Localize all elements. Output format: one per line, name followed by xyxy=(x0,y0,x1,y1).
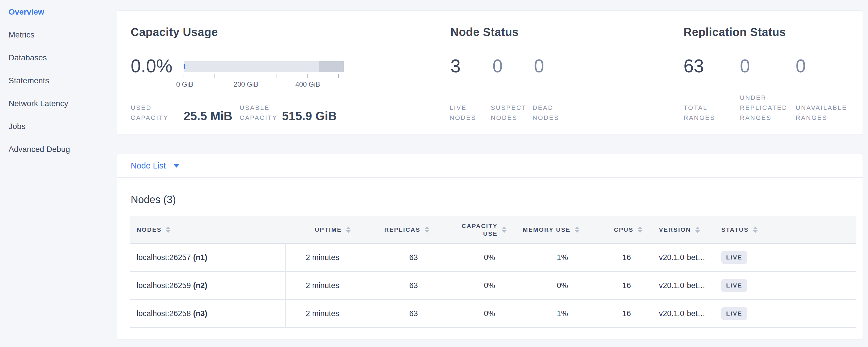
total-ranges-count: 63 xyxy=(684,56,704,77)
sidebar-item-overview[interactable]: Overview xyxy=(0,1,117,24)
suspect-nodes-label: SUSPECT NODES xyxy=(491,103,533,123)
used-capacity-value: 25.5 MiB xyxy=(184,109,232,123)
node-list-dropdown[interactable]: Node List xyxy=(131,154,180,177)
node-address: localhost:26257 xyxy=(137,253,191,262)
version-cell: v20.1.0-bet… xyxy=(644,253,716,262)
under-replicated-ranges-count: 0 xyxy=(740,56,750,77)
sort-icon xyxy=(425,227,429,233)
sort-icon xyxy=(346,227,351,233)
node-list-card-header: Node List xyxy=(117,154,863,178)
cluster-overview-page: Overview Metrics Databases Statements Ne… xyxy=(0,0,868,347)
node-address-cell[interactable]: localhost:26259(n2) xyxy=(130,281,285,290)
node-address-cell[interactable]: localhost:26257(n1) xyxy=(130,253,285,262)
memory-use-cell: 1% xyxy=(508,253,581,262)
column-header-version[interactable]: VERSION xyxy=(644,226,716,233)
sort-icon xyxy=(502,227,506,233)
axis-tick-label: 200 GiB xyxy=(234,81,258,88)
axis-tick xyxy=(184,74,184,78)
nodes-table: NODES UPTIME REPLICAS CAPACITY USE MEMOR… xyxy=(130,216,856,328)
status-badge: LIVE xyxy=(721,307,747,320)
non-usable-capacity-segment xyxy=(319,61,344,72)
used-capacity-label: USED CAPACITY xyxy=(131,103,181,123)
axis-tick xyxy=(246,74,246,78)
node-list-card: Node List Nodes (3) NODES UPTIME REPLICA… xyxy=(117,154,863,340)
axis-tick xyxy=(338,74,339,78)
sidebar-item-statements[interactable]: Statements xyxy=(0,69,117,92)
nodes-table-header: NODES UPTIME REPLICAS CAPACITY USE MEMOR… xyxy=(130,216,856,244)
column-header-replicas[interactable]: REPLICAS xyxy=(352,226,431,233)
cpus-cell: 16 xyxy=(581,309,644,318)
node-id: (n1) xyxy=(193,253,207,262)
sidebar-item-databases[interactable]: Databases xyxy=(0,46,117,69)
live-nodes-count: 3 xyxy=(451,56,461,77)
dead-nodes-count: 0 xyxy=(534,56,544,77)
live-nodes-label: LIVE NODES xyxy=(450,103,484,123)
table-row-node-n3[interactable]: localhost:26258(n3) 2 minutes 63 0% 1% 1… xyxy=(130,300,856,328)
node-list-dropdown-label: Node List xyxy=(131,161,166,170)
nodes-heading: Nodes (3) xyxy=(131,194,176,206)
replication-status-title: Replication Status xyxy=(684,26,786,39)
unavailable-ranges-label: UNAVAILABLE RANGES xyxy=(796,103,854,123)
sort-icon xyxy=(753,227,757,233)
status-badge: LIVE xyxy=(721,251,747,264)
column-header-memory-use[interactable]: MEMORY USE xyxy=(508,226,581,233)
uptime-cell: 2 minutes xyxy=(285,253,352,262)
table-row-node-n1[interactable]: localhost:26257(n1) 2 minutes 63 0% 1% 1… xyxy=(130,244,856,272)
column-header-status[interactable]: STATUS xyxy=(716,226,856,233)
replicas-cell: 63 xyxy=(352,253,431,262)
column-header-capacity-use[interactable]: CAPACITY USE xyxy=(431,222,508,238)
column-header-label: NODES xyxy=(137,226,162,233)
column-header-label: VERSION xyxy=(659,226,691,233)
suspect-nodes-count: 0 xyxy=(493,56,503,77)
column-header-label: CPUS xyxy=(614,226,633,233)
status-cell: LIVE xyxy=(716,279,856,292)
version-cell: v20.1.0-bet… xyxy=(644,281,716,290)
version-cell: v20.1.0-bet… xyxy=(644,309,716,318)
node-address-cell[interactable]: localhost:26258(n3) xyxy=(130,309,285,318)
axis-tick xyxy=(277,74,277,78)
under-replicated-ranges-label: UNDER-REPLICATED RANGES xyxy=(740,93,792,123)
usable-capacity-value: 515.9 GiB xyxy=(282,109,337,123)
capacity-usage-bar-chart xyxy=(184,61,344,72)
node-id: (n3) xyxy=(193,309,207,318)
sidebar: Overview Metrics Databases Statements Ne… xyxy=(0,0,117,347)
sidebar-item-metrics[interactable]: Metrics xyxy=(0,24,117,46)
column-header-label: MEMORY USE xyxy=(523,226,570,233)
table-row-node-n2[interactable]: localhost:26259(n2) 2 minutes 63 0% 0% 1… xyxy=(130,272,856,300)
sidebar-item-network-latency[interactable]: Network Latency xyxy=(0,92,117,115)
dead-nodes-label: DEAD NODES xyxy=(532,103,567,123)
sidebar-item-jobs[interactable]: Jobs xyxy=(0,115,117,138)
node-address: localhost:26259 xyxy=(137,281,191,290)
capacity-use-cell: 0% xyxy=(431,309,508,318)
sort-icon xyxy=(638,227,642,233)
status-cell: LIVE xyxy=(716,307,856,320)
memory-use-cell: 1% xyxy=(508,309,581,318)
unavailable-ranges-count: 0 xyxy=(796,56,806,77)
column-header-label: CAPACITY USE xyxy=(462,222,498,238)
uptime-cell: 2 minutes xyxy=(285,309,352,318)
nodes-column-divider xyxy=(285,244,286,328)
sidebar-item-advanced-debug[interactable]: Advanced Debug xyxy=(0,138,117,161)
node-id: (n2) xyxy=(193,281,207,290)
total-ranges-label: TOTAL RANGES xyxy=(684,103,722,123)
cpus-cell: 16 xyxy=(581,281,644,290)
column-header-nodes[interactable]: NODES xyxy=(130,226,285,233)
sort-icon xyxy=(575,227,580,233)
node-status-title: Node Status xyxy=(451,26,519,39)
axis-tick-label: 0 GiB xyxy=(176,81,193,88)
capacity-use-cell: 0% xyxy=(431,281,508,290)
node-address: localhost:26258 xyxy=(137,309,191,318)
column-header-label: UPTIME xyxy=(315,226,342,233)
uptime-cell: 2 minutes xyxy=(285,281,352,290)
cpus-cell: 16 xyxy=(581,253,644,262)
sort-icon xyxy=(166,227,170,233)
capacity-usage-title: Capacity Usage xyxy=(131,26,218,39)
status-cell: LIVE xyxy=(716,251,856,264)
column-header-uptime[interactable]: UPTIME xyxy=(285,226,352,233)
chevron-down-icon xyxy=(173,164,180,168)
replicas-cell: 63 xyxy=(352,281,431,290)
capacity-used-percent: 0.0% xyxy=(131,56,173,77)
used-capacity-segment xyxy=(184,64,185,69)
capacity-use-cell: 0% xyxy=(431,253,508,262)
column-header-cpus[interactable]: CPUS xyxy=(581,226,644,233)
